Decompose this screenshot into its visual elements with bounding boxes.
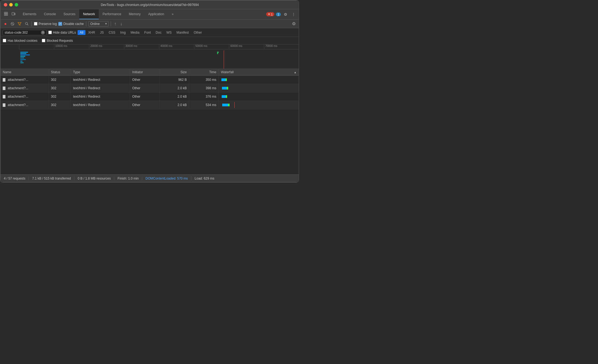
ruler-mark-4: 40000 ms [159,44,194,49]
svg-rect-13 [20,56,25,57]
cell-waterfall [219,84,299,92]
cell-initiator: Other [130,84,160,92]
table-row[interactable]: attachment?... 302 text/html / Redirect … [1,84,299,92]
filter-type-manifest[interactable]: Manifest [174,30,191,35]
tab-performance[interactable]: Performance [99,9,125,19]
cell-name: attachment?... [1,76,49,84]
svg-rect-5 [14,13,15,15]
has-blocked-cookies-label[interactable]: Has blocked cookies [3,39,37,43]
filter-type-tabs: All XHR JS CSS Img Media Font Doc WS Man… [78,30,204,35]
filter-input[interactable] [5,31,40,34]
header-name[interactable]: Name [1,69,49,76]
tabs: Elements Console Sources Network Perform… [19,9,266,19]
search-icon[interactable] [24,21,29,27]
svg-rect-4 [12,12,14,15]
blocked-requests-label[interactable]: Blocked Requests [42,39,73,43]
cell-type: text/html / Redirect [71,76,130,84]
tab-memory[interactable]: Memory [125,9,144,19]
cell-name: attachment?... [1,92,49,101]
filter-type-other[interactable]: Other [192,30,204,35]
cell-type: text/html / Redirect [71,101,130,109]
cell-status: 302 [49,92,71,101]
tab-network[interactable]: Network [79,9,99,19]
blocked-requests-checkbox[interactable] [42,39,45,42]
upload-icon[interactable]: ↑ [113,21,117,26]
record-button[interactable]: ● [3,21,8,27]
cell-name: attachment?... [1,84,49,92]
tab-console[interactable]: Console [40,9,60,19]
header-initiator[interactable]: Initiator [130,69,160,76]
filter-bar: ✕ Hide data URLs All XHR JS CSS Img Medi… [1,28,299,37]
timeline-ruler: 10000 ms 20000 ms 30000 ms 40000 ms 5000… [19,44,299,49]
cell-initiator: Other [130,92,160,101]
disable-cache-checkbox[interactable]: ✓ [58,22,62,26]
header-type[interactable]: Type [71,69,130,76]
preserve-log-label[interactable]: Preserve log [34,22,57,26]
filter-type-img[interactable]: Img [118,30,128,35]
filter-type-xhr[interactable]: XHR [86,30,97,35]
tab-right-actions: ✕ 1 1 ⚙ ⋮ [266,11,297,17]
filter-icon[interactable] [17,21,22,27]
filter-type-js[interactable]: JS [98,30,106,35]
cell-size: 2.0 kB [160,92,189,101]
filter-type-media[interactable]: Media [128,30,142,35]
header-time[interactable]: Time [189,69,219,76]
ruler-mark-5: 50000 ms [194,44,229,49]
svg-rect-10 [20,52,28,53]
svg-line-7 [12,23,13,25]
device-icon[interactable] [10,11,17,18]
tab-bar: Elements Console Sources Network Perform… [1,9,299,20]
filter-type-all[interactable]: All [78,30,85,35]
filter-input-wrap: ✕ [3,30,47,35]
tab-elements[interactable]: Elements [19,9,40,19]
table-row[interactable]: attachment?... 302 text/html / Redirect … [1,92,299,101]
hide-data-urls-checkbox[interactable] [48,31,52,34]
header-size[interactable]: Size [160,69,189,76]
cell-status: 302 [49,101,71,109]
tab-application[interactable]: Application [144,9,168,19]
header-status[interactable]: Status [49,69,71,76]
clear-button[interactable] [10,21,15,27]
ruler-mark-2: 20000 ms [89,44,124,49]
hide-data-urls-label[interactable]: Hide data URLs [48,31,76,34]
cell-waterfall [219,76,299,84]
svg-rect-14 [20,58,24,58]
download-icon[interactable]: ↓ [119,21,123,26]
minimize-button[interactable] [9,3,13,7]
tab-sources[interactable]: Sources [60,9,79,19]
preserve-log-checkbox[interactable] [34,22,37,25]
settings-icon[interactable]: ⚙ [282,11,289,17]
filter-type-font[interactable]: Font [142,30,153,35]
filter-clear-button[interactable]: ✕ [41,31,45,34]
header-waterfall[interactable]: Waterfall ▲ [219,69,299,76]
ruler-mark-0 [19,44,54,49]
more-options-icon[interactable]: ⋮ [290,11,297,17]
table-row[interactable]: attachment?... 302 text/html / Redirect … [1,101,299,109]
traffic-lights [4,3,18,7]
filter-type-doc[interactable]: Doc [154,30,164,35]
has-blocked-cookies-checkbox[interactable] [3,39,6,42]
throttle-select[interactable]: Online Fast 3G Slow 3G Offline [88,21,109,27]
network-settings-icon[interactable]: ⚙ [291,21,297,26]
tab-more[interactable]: » [168,9,177,19]
status-bar: 4 / 57 requests 7.1 kB / 515 kB transfer… [1,174,299,182]
inspect-icon[interactable] [3,11,9,18]
status-requests: 4 / 57 requests [4,177,29,180]
cell-time: 534 ms [189,101,219,109]
disable-cache-label[interactable]: ✓ Disable cache [58,22,84,26]
close-button[interactable] [4,3,7,7]
filter-type-css[interactable]: CSS [106,30,117,35]
ruler-mark-6: 60000 ms [229,44,264,49]
network-table-container[interactable]: Name Status Type Initiator Size Time Wat… [1,69,299,174]
filter-type-ws[interactable]: WS [164,30,174,35]
timeline-area: 10000 ms 20000 ms 30000 ms 40000 ms 5000… [1,44,299,69]
network-toolbar: ● Preserve log [1,20,299,28]
cell-status: 302 [49,76,71,84]
table-row[interactable]: attachment?... 302 text/html / Redirect … [1,76,299,84]
cell-type: text/html / Redirect [71,84,130,92]
maximize-button[interactable] [15,3,18,7]
divider-1 [31,21,32,26]
svg-rect-1 [4,14,6,15]
cell-size: 2.0 kB [160,84,189,92]
error-badge: ✕ 1 [266,12,274,16]
